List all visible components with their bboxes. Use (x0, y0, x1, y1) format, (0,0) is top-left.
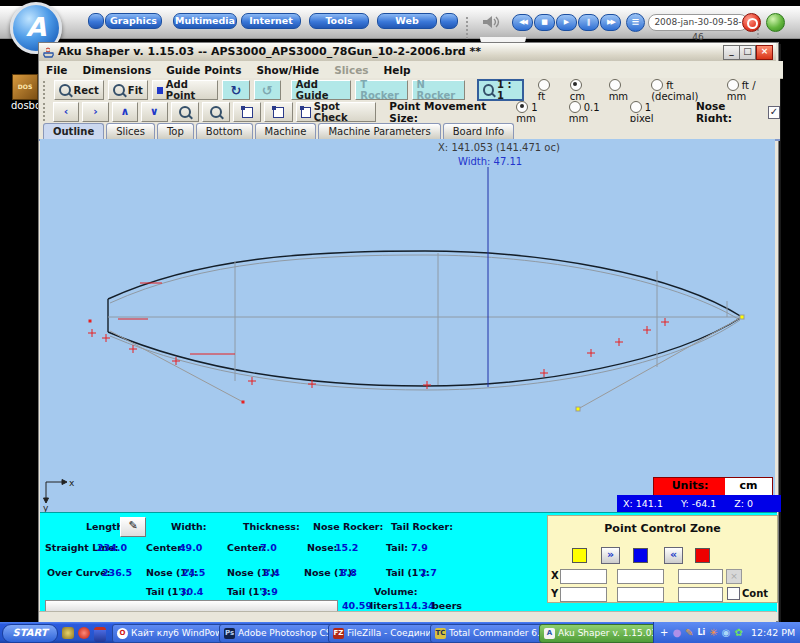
dosbox-desktop-icon[interactable]: DOS (12, 74, 38, 100)
fit-zoom-button[interactable]: Fit (108, 80, 148, 100)
launcher-bar: Graphics Multimedia Internet Tools Web ◀… (0, 6, 800, 39)
nudge-up-button[interactable]: ∧ (112, 102, 138, 122)
media-pause-button[interactable]: ‖ (578, 14, 599, 31)
media-menu-button[interactable]: ≡ (626, 13, 645, 32)
green-launcher-button[interactable] (766, 13, 785, 32)
launcher-cap-left[interactable] (88, 13, 104, 29)
size-radio-01mm[interactable]: 0.1 mm (569, 101, 627, 124)
tab-top[interactable]: Top (157, 123, 194, 139)
nose-right-checkbox[interactable]: ✓ (768, 106, 780, 119)
red-point-swatch[interactable] (695, 548, 710, 563)
launcher-menu-graphics[interactable]: Graphics (105, 13, 162, 29)
start-button[interactable]: START (2, 624, 58, 643)
selected-endpoint[interactable] (576, 407, 580, 411)
pcz-x-field-3[interactable] (678, 569, 723, 584)
tab-slices[interactable]: Slices (106, 123, 155, 139)
next-point-button[interactable]: » (601, 547, 620, 564)
tab-board-info[interactable]: Board Info (443, 123, 515, 139)
volume-label: Volume: (374, 586, 418, 597)
tray-icon-4[interactable]: Li (698, 622, 706, 643)
task-button-windpower[interactable]: O Кайт клуб WindPower Cl... (112, 624, 226, 643)
maximize-button[interactable]: □ (739, 45, 756, 60)
close-button[interactable]: × (756, 45, 773, 60)
check-frame-button-2[interactable] (264, 102, 292, 122)
tray-icon-1[interactable]: + (660, 622, 668, 643)
nudge-down-button[interactable]: ∨ (141, 102, 167, 122)
task-button-photoshop[interactable]: Ps Adobe Photoshop CS3 E... (219, 624, 335, 643)
pcz-y-field-3[interactable] (678, 587, 723, 602)
zoom-out-button[interactable] (202, 102, 230, 122)
media-play-button[interactable]: ▶ (556, 14, 577, 31)
rect-zoom-button[interactable]: Rect (54, 80, 104, 100)
launcher-menu-web[interactable]: Web (377, 13, 437, 29)
launcher-menu-internet[interactable]: Internet (241, 13, 301, 29)
add-guide-button[interactable]: Add Guide (291, 80, 351, 100)
menu-show-hide[interactable]: Show/Hide (256, 64, 319, 76)
task-button-aku-shaper[interactable]: A Aku Shaper v. 1.15.03 -- (539, 624, 659, 643)
media-forward-button[interactable]: ▶▶ (600, 14, 621, 31)
pcz-y-field-2[interactable] (617, 587, 664, 602)
dimensions-panel: Length: ✎ Width: Thickness: Nose Rocker:… (40, 512, 777, 612)
tail-rocker-label: Tail: (386, 542, 408, 553)
task-button-filezilla[interactable]: FZ FileZilla - Соединились с... (328, 624, 437, 643)
pcz-y-field-1[interactable] (560, 587, 607, 602)
handle-endpoint[interactable] (89, 320, 92, 323)
unit-radio-ft[interactable]: ft (538, 79, 566, 102)
blue-point-swatch[interactable] (633, 548, 648, 563)
handle-endpoint[interactable] (242, 401, 245, 404)
quicklaunch-icon-1[interactable] (62, 627, 74, 639)
launcher-cap-right[interactable] (440, 13, 458, 29)
cont-checkbox[interactable] (727, 587, 740, 600)
launcher-menu-tools[interactable]: Tools (309, 13, 369, 29)
task-button-total-commander[interactable]: TC Total Commander 6.54a ... (430, 624, 546, 643)
menu-file[interactable]: File (46, 64, 68, 76)
size-radio-1pixel[interactable]: 1 pixel (630, 101, 683, 124)
tab-machine-parameters[interactable]: Machine Parameters (318, 123, 440, 139)
minimize-button[interactable]: _ (723, 45, 740, 60)
tab-outline[interactable]: Outline (43, 123, 104, 139)
size-radio-1mm[interactable]: 1 mm (516, 101, 565, 124)
power-button[interactable] (742, 13, 761, 32)
media-stop-button[interactable]: ■ (534, 14, 555, 31)
pcz-x-field-2[interactable] (617, 569, 664, 584)
check-frame-button-1[interactable] (233, 102, 261, 122)
window-titlebar[interactable]: Aku Shaper v. 1.15.03 -- APS3000_APS3000… (39, 43, 776, 62)
quicklaunch-icon-2[interactable] (78, 627, 90, 639)
units-label: Units: (653, 477, 727, 496)
tangent-guide-line[interactable] (578, 317, 742, 409)
selected-endpoint[interactable] (740, 315, 744, 319)
unit-radio-mm[interactable]: mm (609, 79, 648, 102)
media-back-button[interactable]: ◀◀ (512, 14, 533, 31)
unit-radio-ft-mm[interactable]: ft / mm (727, 79, 780, 102)
volume-icon[interactable] (482, 15, 500, 29)
one-to-one-zoom-button[interactable]: 1 : 1 (477, 79, 524, 101)
tab-machine[interactable]: Machine (255, 123, 317, 139)
nudge-right-button[interactable]: › (82, 102, 108, 122)
board-outline-path[interactable] (108, 251, 742, 386)
rotate-left-button[interactable]: ↻ (222, 80, 249, 100)
tray-icon-6[interactable]: ◉ (722, 622, 731, 643)
outline-design-canvas[interactable]: x y X: 141.053 (141.471 oc) Width: 47.11… (40, 139, 775, 512)
tray-icon-5[interactable]: ✳ (709, 622, 717, 643)
nudge-left-button[interactable]: ‹ (53, 102, 79, 122)
tangent-guide-line[interactable] (110, 331, 243, 402)
tray-icon-3[interactable]: ✎ (685, 622, 693, 643)
menu-help[interactable]: Help (384, 64, 411, 76)
tray-icon-7[interactable]: ✿ (734, 622, 742, 643)
yellow-point-swatch[interactable] (572, 548, 587, 563)
axis-x-label: x (69, 478, 75, 488)
previous-point-button[interactable]: « (664, 547, 683, 564)
unit-radio-cm[interactable]: cm (570, 79, 605, 102)
quicklaunch-icon-3[interactable] (94, 627, 106, 642)
edit-dimensions-button[interactable]: ✎ (120, 517, 146, 537)
spot-check-button[interactable]: Spot Check (296, 102, 377, 122)
tray-icon-2[interactable]: ● (672, 622, 681, 643)
menu-dimensions[interactable]: Dimensions (83, 64, 152, 76)
launcher-menu-multimedia[interactable]: Multimedia (173, 13, 237, 29)
zoom-in-button[interactable] (171, 102, 199, 122)
tab-bottom[interactable]: Bottom (196, 123, 253, 139)
menu-guide-points[interactable]: Guide Points (166, 64, 241, 76)
pcz-x-field-1[interactable] (560, 569, 607, 584)
add-point-button[interactable]: Add Point (152, 80, 218, 100)
unit-radio-ft-decimal[interactable]: ft (decimal) (651, 79, 723, 102)
